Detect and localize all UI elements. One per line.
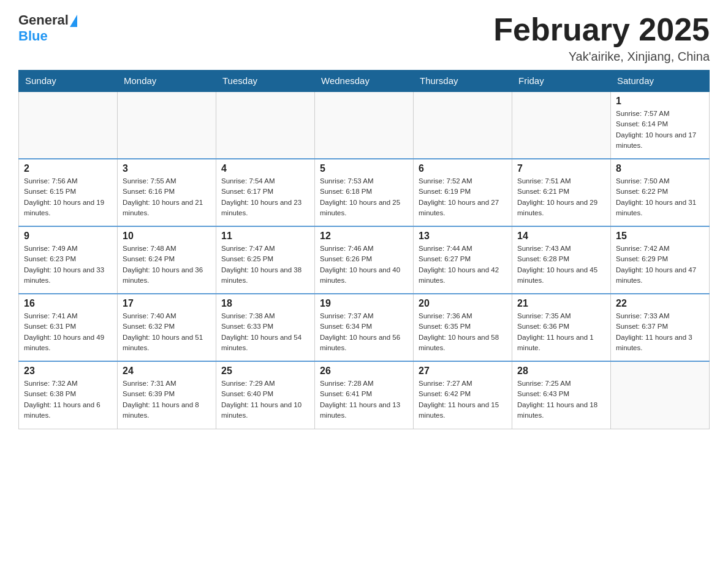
- weekday-header-saturday: Saturday: [611, 71, 710, 92]
- day-info: Sunrise: 7:25 AM Sunset: 6:43 PM Dayligh…: [517, 378, 605, 421]
- day-number: 12: [320, 231, 408, 242]
- calendar-table: SundayMondayTuesdayWednesdayThursdayFrid…: [18, 70, 710, 429]
- month-year-title: February 2025: [493, 12, 710, 47]
- week-row-3: 9Sunrise: 7:49 AM Sunset: 6:23 PM Daylig…: [19, 226, 710, 294]
- calendar-cell: [315, 91, 414, 159]
- day-number: 17: [123, 298, 211, 309]
- calendar-cell: 9Sunrise: 7:49 AM Sunset: 6:23 PM Daylig…: [19, 226, 118, 294]
- day-number: 28: [517, 366, 605, 377]
- day-number: 13: [419, 231, 507, 242]
- calendar-cell: 16Sunrise: 7:41 AM Sunset: 6:31 PM Dayli…: [19, 294, 118, 361]
- calendar-cell: 1Sunrise: 7:57 AM Sunset: 6:14 PM Daylig…: [611, 91, 710, 159]
- day-info: Sunrise: 7:41 AM Sunset: 6:31 PM Dayligh…: [24, 311, 112, 353]
- weekday-header-tuesday: Tuesday: [216, 71, 315, 92]
- day-number: 6: [419, 163, 507, 174]
- logo-blue: Blue: [18, 28, 48, 44]
- day-info: Sunrise: 7:57 AM Sunset: 6:14 PM Dayligh…: [616, 109, 704, 151]
- week-row-1: 1Sunrise: 7:57 AM Sunset: 6:14 PM Daylig…: [19, 91, 710, 159]
- weekday-header-monday: Monday: [118, 71, 216, 92]
- day-number: 24: [123, 366, 211, 377]
- day-number: 23: [24, 366, 112, 377]
- calendar-cell: 11Sunrise: 7:47 AM Sunset: 6:25 PM Dayli…: [216, 226, 315, 294]
- calendar-cell: 24Sunrise: 7:31 AM Sunset: 6:39 PM Dayli…: [118, 361, 216, 429]
- day-info: Sunrise: 7:28 AM Sunset: 6:41 PM Dayligh…: [320, 378, 408, 421]
- day-info: Sunrise: 7:44 AM Sunset: 6:27 PM Dayligh…: [419, 243, 507, 286]
- calendar-cell: 19Sunrise: 7:37 AM Sunset: 6:34 PM Dayli…: [315, 294, 414, 361]
- day-number: 3: [123, 163, 211, 174]
- day-info: Sunrise: 7:37 AM Sunset: 6:34 PM Dayligh…: [320, 311, 408, 353]
- day-number: 21: [517, 298, 605, 309]
- day-number: 27: [419, 366, 507, 377]
- calendar-cell: 28Sunrise: 7:25 AM Sunset: 6:43 PM Dayli…: [512, 361, 611, 429]
- day-info: Sunrise: 7:46 AM Sunset: 6:26 PM Dayligh…: [320, 243, 408, 286]
- day-number: 1: [616, 96, 704, 107]
- calendar-cell: 2Sunrise: 7:56 AM Sunset: 6:15 PM Daylig…: [19, 159, 118, 226]
- day-info: Sunrise: 7:35 AM Sunset: 6:36 PM Dayligh…: [517, 311, 605, 353]
- day-info: Sunrise: 7:38 AM Sunset: 6:33 PM Dayligh…: [221, 311, 309, 353]
- day-info: Sunrise: 7:55 AM Sunset: 6:16 PM Dayligh…: [123, 176, 211, 218]
- week-row-5: 23Sunrise: 7:32 AM Sunset: 6:38 PM Dayli…: [19, 361, 710, 429]
- day-number: 4: [221, 163, 309, 174]
- calendar-cell: 14Sunrise: 7:43 AM Sunset: 6:28 PM Dayli…: [512, 226, 611, 294]
- week-row-2: 2Sunrise: 7:56 AM Sunset: 6:15 PM Daylig…: [19, 159, 710, 226]
- day-info: Sunrise: 7:49 AM Sunset: 6:23 PM Dayligh…: [24, 243, 112, 286]
- logo-triangle-icon: [70, 15, 77, 27]
- logo-general: General: [18, 12, 69, 28]
- day-info: Sunrise: 7:33 AM Sunset: 6:37 PM Dayligh…: [616, 311, 704, 353]
- calendar-cell: [19, 91, 118, 159]
- day-info: Sunrise: 7:53 AM Sunset: 6:18 PM Dayligh…: [320, 176, 408, 218]
- weekday-header-friday: Friday: [512, 71, 611, 92]
- day-number: 25: [221, 366, 309, 377]
- page-header: General Blue February 2025 Yak'airike, X…: [18, 12, 710, 64]
- day-info: Sunrise: 7:52 AM Sunset: 6:19 PM Dayligh…: [419, 176, 507, 218]
- day-number: 10: [123, 231, 211, 242]
- calendar-cell: [414, 91, 512, 159]
- day-info: Sunrise: 7:50 AM Sunset: 6:22 PM Dayligh…: [616, 176, 704, 218]
- day-number: 9: [24, 231, 112, 242]
- day-info: Sunrise: 7:40 AM Sunset: 6:32 PM Dayligh…: [123, 311, 211, 353]
- calendar-cell: 6Sunrise: 7:52 AM Sunset: 6:19 PM Daylig…: [414, 159, 512, 226]
- day-number: 2: [24, 163, 112, 174]
- calendar-cell: 17Sunrise: 7:40 AM Sunset: 6:32 PM Dayli…: [118, 294, 216, 361]
- calendar-cell: 23Sunrise: 7:32 AM Sunset: 6:38 PM Dayli…: [19, 361, 118, 429]
- day-info: Sunrise: 7:48 AM Sunset: 6:24 PM Dayligh…: [123, 243, 211, 286]
- week-row-4: 16Sunrise: 7:41 AM Sunset: 6:31 PM Dayli…: [19, 294, 710, 361]
- day-number: 5: [320, 163, 408, 174]
- calendar-cell: 21Sunrise: 7:35 AM Sunset: 6:36 PM Dayli…: [512, 294, 611, 361]
- logo: General Blue: [18, 12, 77, 44]
- day-number: 11: [221, 231, 309, 242]
- day-info: Sunrise: 7:29 AM Sunset: 6:40 PM Dayligh…: [221, 378, 309, 421]
- calendar-cell: 26Sunrise: 7:28 AM Sunset: 6:41 PM Dayli…: [315, 361, 414, 429]
- day-info: Sunrise: 7:42 AM Sunset: 6:29 PM Dayligh…: [616, 243, 704, 286]
- calendar-cell: 7Sunrise: 7:51 AM Sunset: 6:21 PM Daylig…: [512, 159, 611, 226]
- calendar-cell: [118, 91, 216, 159]
- day-info: Sunrise: 7:51 AM Sunset: 6:21 PM Dayligh…: [517, 176, 605, 218]
- calendar-cell: 8Sunrise: 7:50 AM Sunset: 6:22 PM Daylig…: [611, 159, 710, 226]
- calendar-cell: 3Sunrise: 7:55 AM Sunset: 6:16 PM Daylig…: [118, 159, 216, 226]
- day-number: 14: [517, 231, 605, 242]
- title-section: February 2025 Yak'airike, Xinjiang, Chin…: [493, 12, 710, 64]
- calendar-cell: 4Sunrise: 7:54 AM Sunset: 6:17 PM Daylig…: [216, 159, 315, 226]
- day-number: 19: [320, 298, 408, 309]
- day-number: 16: [24, 298, 112, 309]
- calendar-cell: 20Sunrise: 7:36 AM Sunset: 6:35 PM Dayli…: [414, 294, 512, 361]
- weekday-header-wednesday: Wednesday: [315, 71, 414, 92]
- day-info: Sunrise: 7:47 AM Sunset: 6:25 PM Dayligh…: [221, 243, 309, 286]
- day-number: 18: [221, 298, 309, 309]
- calendar-cell: 27Sunrise: 7:27 AM Sunset: 6:42 PM Dayli…: [414, 361, 512, 429]
- weekday-header-sunday: Sunday: [19, 71, 118, 92]
- calendar-cell: 5Sunrise: 7:53 AM Sunset: 6:18 PM Daylig…: [315, 159, 414, 226]
- day-info: Sunrise: 7:54 AM Sunset: 6:17 PM Dayligh…: [221, 176, 309, 218]
- day-info: Sunrise: 7:56 AM Sunset: 6:15 PM Dayligh…: [24, 176, 112, 218]
- day-info: Sunrise: 7:32 AM Sunset: 6:38 PM Dayligh…: [24, 378, 112, 421]
- day-info: Sunrise: 7:31 AM Sunset: 6:39 PM Dayligh…: [123, 378, 211, 421]
- calendar-cell: 15Sunrise: 7:42 AM Sunset: 6:29 PM Dayli…: [611, 226, 710, 294]
- day-info: Sunrise: 7:43 AM Sunset: 6:28 PM Dayligh…: [517, 243, 605, 286]
- day-number: 26: [320, 366, 408, 377]
- day-info: Sunrise: 7:27 AM Sunset: 6:42 PM Dayligh…: [419, 378, 507, 421]
- location-subtitle: Yak'airike, Xinjiang, China: [493, 50, 710, 64]
- weekday-header-row: SundayMondayTuesdayWednesdayThursdayFrid…: [19, 71, 710, 92]
- day-number: 8: [616, 163, 704, 174]
- day-number: 20: [419, 298, 507, 309]
- calendar-cell: 10Sunrise: 7:48 AM Sunset: 6:24 PM Dayli…: [118, 226, 216, 294]
